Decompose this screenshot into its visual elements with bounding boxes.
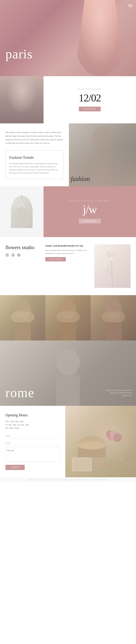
opening-section: Opening Hours Tues - Thurs: 8am - 9pm Fr…: [0, 406, 136, 477]
fashion-script-text: fashion: [71, 175, 90, 183]
beauty-workshop-label: BEAUTY WORKSHOP: [78, 88, 102, 90]
svg-rect-1: [94, 151, 111, 182]
svg-line-5: [112, 259, 112, 288]
svg-point-33: [113, 433, 122, 442]
flowers-image: [94, 244, 130, 288]
jewelry-image-container: [0, 186, 44, 237]
fashion-trends-title: Fashion Trends: [9, 155, 60, 160]
facebook-icon[interactable]: f: [6, 253, 9, 257]
opening-hours-text: Tues - Thurs: 8am - 9pm Fri: 9am - 9pm /…: [6, 420, 60, 430]
opening-hours-title: Opening Hours: [6, 413, 60, 417]
collection-content: WINTER COLLECTION IN OUR SHOP j/w READ M…: [44, 186, 136, 237]
email-input[interactable]: [6, 440, 60, 446]
instagram-icon[interactable]: in: [17, 253, 21, 257]
portrait-3: [91, 295, 136, 340]
svg-point-35: [101, 463, 106, 468]
submit-button[interactable]: SUBMIT: [6, 465, 25, 470]
paris-title: paris: [6, 46, 33, 62]
svg-point-29: [78, 442, 106, 450]
beauty-content: BEAUTY WORKSHOP 12/02 READ MORE: [44, 76, 136, 123]
portrait-1: [0, 295, 45, 340]
fashion-trends-text: The Spring/Summer 2019 shows, which happ…: [9, 162, 60, 174]
portrait-image-3: [91, 295, 136, 340]
portrait-image-1: [0, 295, 45, 340]
hero-section: paris: [0, 0, 136, 76]
opening-hours-form: Opening Hours Tues - Thurs: 8am - 9pm Fr…: [0, 406, 65, 477]
jewelry-image: [11, 196, 33, 228]
svg-point-0: [92, 126, 113, 152]
portraits-section: [0, 295, 136, 340]
svg-point-36: [118, 458, 124, 461]
flowers-read-more-button[interactable]: READ MORE: [45, 257, 66, 262]
collection-read-more-button[interactable]: READ MORE: [79, 219, 101, 224]
rome-title: rome: [6, 385, 34, 400]
beauty-read-more-button[interactable]: READ MORE: [79, 107, 101, 112]
flowers-section: flowers studio f t in Tender And Beautif…: [0, 237, 136, 295]
svg-rect-13: [11, 312, 34, 322]
beauty-image: [0, 76, 44, 123]
flowers-right: Tender And Beautiful Details For You Sho…: [42, 244, 130, 288]
flowers-left: flowers studio f t in: [6, 244, 42, 260]
flowers-studio-title: flowers studio: [6, 244, 42, 250]
rome-caption: Sample text. Click to select the text bo…: [105, 389, 132, 397]
svg-point-20: [56, 349, 80, 376]
portrait-image-2: [45, 295, 91, 340]
beauty-portrait: [0, 76, 44, 123]
coffee-image-container: [65, 406, 136, 477]
twitter-icon[interactable]: t: [11, 253, 15, 257]
coffee-image: [65, 406, 136, 477]
collection-section: WINTER COLLECTION IN OUR SHOP j/w READ M…: [0, 186, 136, 237]
fashion-left-content: The question of how designers envision w…: [0, 123, 69, 186]
svg-rect-16: [56, 312, 80, 322]
fashion-image-container: fashion: [69, 123, 136, 186]
rome-section: rome Sample text. Click to select the te…: [0, 340, 136, 406]
winter-collection-label: WINTER COLLECTION IN OUR SHOP: [70, 200, 110, 202]
svg-point-37: [126, 461, 133, 466]
svg-rect-21: [56, 375, 80, 406]
portrait-2: [45, 295, 91, 340]
footer-caption: Sample text. Click to select the text bo…: [0, 477, 136, 482]
beauty-date: 12/02: [79, 92, 101, 104]
fashion-section: The question of how designers envision w…: [0, 123, 136, 186]
social-icons-group: f t in: [6, 253, 42, 257]
message-input[interactable]: [6, 448, 60, 462]
fashion-intro-text: The question of how designers envision w…: [6, 130, 64, 145]
name-input[interactable]: [6, 434, 60, 439]
svg-point-10: [101, 262, 108, 268]
svg-point-34: [94, 460, 101, 466]
svg-rect-19: [102, 312, 125, 322]
nav-menu-button[interactable]: [128, 4, 132, 8]
fashion-trends-box: Fashion Trends The Spring/Summer 2019 sh…: [6, 150, 64, 179]
face-overlay: [0, 76, 44, 123]
beauty-section: BEAUTY WORKSHOP 12/02 READ MORE: [0, 76, 136, 123]
jw-title: j/w: [83, 203, 97, 216]
